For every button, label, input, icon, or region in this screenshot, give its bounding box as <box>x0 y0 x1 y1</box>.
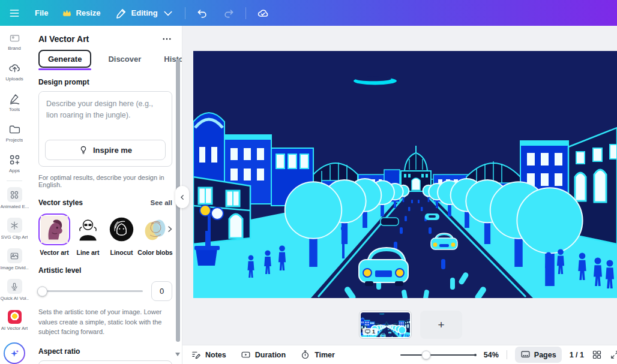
ai-vector-art-panel: AI Vector Art Generate Discover History … <box>29 26 182 364</box>
sidebar-item-ai-vector-art[interactable]: AI Vector Art <box>0 305 29 336</box>
top-toolbar: File Resize Editing <box>0 0 617 26</box>
style-line-art[interactable]: Line art <box>72 213 104 256</box>
snowflake-icon <box>10 221 19 230</box>
design-prompt-label: Design prompt <box>38 78 172 86</box>
zoom-slider-thumb[interactable] <box>421 350 430 359</box>
style-linocut[interactable]: Linocut <box>106 213 137 256</box>
design-prompt-input[interactable] <box>39 92 172 134</box>
animated-emoji-icon <box>10 190 19 200</box>
artistic-level-help-text: Sets the artistic tone of your image. Lo… <box>38 307 172 337</box>
hamburger-icon <box>8 7 20 19</box>
add-page-button[interactable]: + <box>420 311 462 339</box>
canva-assistant-button[interactable] <box>4 342 25 364</box>
chevron-left-icon <box>179 194 185 200</box>
cloud-check-icon <box>257 7 269 19</box>
timer-icon <box>300 350 310 360</box>
vector-styles-label: Vector styles <box>38 198 83 207</box>
design-prompt-box: Inspire me <box>38 91 172 167</box>
tools-pencil-icon <box>8 92 21 105</box>
lightbulb-icon <box>79 145 88 155</box>
rail-divider <box>7 181 22 181</box>
brand-kit-icon <box>8 31 21 44</box>
sidebar-item-animated-emoji[interactable]: Animated E... <box>0 183 29 213</box>
panel-title: AI Vector Art <box>38 34 89 44</box>
zoom-level[interactable]: 54% <box>484 351 499 359</box>
grid-view-icon[interactable] <box>592 350 602 360</box>
redo-icon <box>223 7 235 19</box>
inspire-me-button[interactable]: Inspire me <box>45 140 166 160</box>
main-menu-button[interactable] <box>0 0 28 26</box>
timer-button[interactable]: Timer <box>300 350 335 360</box>
chevron-right-icon <box>166 225 173 233</box>
sidebar-item-quick-ai-voice[interactable]: Quick AI Voi... <box>0 275 29 305</box>
duration-icon <box>241 350 251 360</box>
design-canvas[interactable] <box>193 51 617 298</box>
ai-vector-art-app-icon <box>8 310 22 324</box>
style-line-art-thumbnail <box>74 216 101 243</box>
sidebar-rail: Brand Uploads Tools Projects Apps Animat… <box>0 26 29 364</box>
resize-button[interactable]: Resize <box>55 0 107 26</box>
canvas-workspace: 1 + <box>182 26 617 345</box>
editing-mode-dropdown[interactable]: Editing <box>108 0 181 26</box>
apps-icon <box>8 154 21 166</box>
sidebar-item-svg-clipart[interactable]: SVG Clip Art <box>0 213 29 244</box>
status-bar: Notes Duration Timer 54% Pages 1 / 1 <box>182 345 617 364</box>
artistic-level-slider[interactable] <box>38 290 143 292</box>
prompt-hint-text: For optimal results, describe your desig… <box>38 174 172 188</box>
sparkle-icon <box>9 348 20 359</box>
sidebar-item-uploads[interactable]: Uploads <box>0 56 29 87</box>
notes-icon <box>191 350 201 360</box>
chevron-down-icon <box>162 7 174 19</box>
tab-generate[interactable]: Generate <box>38 50 91 68</box>
toolbar-divider <box>185 7 185 19</box>
file-menu-button[interactable]: File <box>28 0 55 26</box>
see-all-link[interactable]: See all <box>151 199 172 206</box>
undo-icon <box>196 7 208 19</box>
statusbar-divider <box>507 350 507 359</box>
presentation-icon <box>365 329 370 334</box>
artistic-level-label: Artistic level <box>38 266 172 275</box>
panel-tabs: Generate Discover History <box>38 50 172 68</box>
pages-view-button[interactable]: Pages <box>515 347 562 363</box>
city-street-artwork <box>193 51 617 298</box>
zoom-slider[interactable] <box>400 354 476 356</box>
image-icon <box>10 251 19 261</box>
folder-icon <box>8 123 21 136</box>
sidebar-item-tools[interactable]: Tools <box>0 87 29 118</box>
page-indicator: 1 / 1 <box>570 351 584 359</box>
sidebar-item-projects[interactable]: Projects <box>0 118 29 148</box>
toolbar-divider <box>245 7 246 19</box>
vector-styles-carousel: Vector art Line art Linocut <box>38 213 172 256</box>
sidebar-item-apps[interactable]: Apps <box>0 148 29 179</box>
page-number-badge: 1 <box>363 328 378 335</box>
scrollbar-down-arrow[interactable] <box>175 353 180 356</box>
more-options-icon[interactable] <box>161 34 172 44</box>
style-linocut-thumbnail <box>108 216 135 243</box>
active-tab-indicator <box>38 68 91 70</box>
style-vector-art-thumbnail <box>41 216 68 243</box>
panel-collapse-handle[interactable] <box>175 186 189 208</box>
undo-button[interactable] <box>189 0 215 26</box>
page-thumbnail-1[interactable]: 1 <box>359 311 412 339</box>
tab-discover[interactable]: Discover <box>100 52 149 67</box>
aspect-ratio-select[interactable]: 1:1 <box>38 360 172 364</box>
upload-cloud-icon <box>8 62 21 74</box>
artistic-level-value[interactable]: 0 <box>151 281 172 301</box>
aspect-ratio-label: Aspect ratio <box>38 347 172 356</box>
duration-button[interactable]: Duration <box>241 350 286 360</box>
redo-button[interactable] <box>215 0 242 26</box>
pages-icon <box>520 350 531 360</box>
sidebar-item-brand[interactable]: Brand <box>0 26 29 56</box>
microphone-icon <box>10 282 19 291</box>
notes-button[interactable]: Notes <box>191 350 226 360</box>
style-vector-art[interactable]: Vector art <box>38 213 70 256</box>
pencil-icon <box>115 7 127 19</box>
carousel-next-button[interactable] <box>164 223 176 235</box>
crown-icon <box>62 9 71 17</box>
cloud-save-status[interactable] <box>250 0 276 26</box>
sidebar-item-image-divider[interactable]: Image Divid... <box>0 244 29 275</box>
artistic-level-control: 0 <box>38 281 172 301</box>
fullscreen-icon[interactable] <box>610 350 617 360</box>
slider-thumb[interactable] <box>37 286 47 296</box>
